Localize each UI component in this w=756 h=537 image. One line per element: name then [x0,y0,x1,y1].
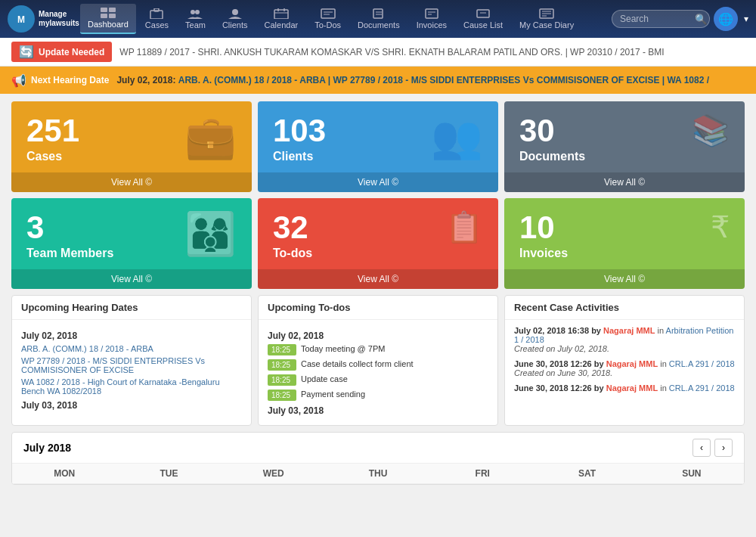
documents-label: Documents [519,150,730,163]
activity-person-3[interactable]: Nagaraj MML [606,383,658,393]
stat-card-cases: 251 Cases 💼 View All © [11,101,252,192]
todo-text-1: Today meeting @ 7PM [301,344,385,353]
cases-viewall[interactable]: View All © [11,172,252,192]
calendar-header: July 2018 ‹ › [12,433,744,464]
nav-team[interactable]: Team [178,5,213,33]
invoices-icon: ₹ [711,210,730,244]
svg-point-9 [195,10,200,14]
team-viewall[interactable]: View All © [11,269,252,289]
calendar-prev-button[interactable]: ‹ [692,439,711,457]
documents-icon: 📚 [692,113,730,148]
nav-clients[interactable]: Clients [215,5,256,33]
svg-text:M: M [17,14,25,25]
user-dropdown[interactable]: ▾ [744,14,748,24]
todo-date-1: July 02, 2018 [268,331,488,341]
svg-rect-24 [477,10,489,17]
activities-panel-body: July 02, 2018 16:38 by Nagaraj MML in Ar… [505,320,744,405]
activity-person-2[interactable]: Nagaraj MML [606,359,658,368]
todo-item-3: 18:25 Update case [268,374,488,386]
nav-calendar-label: Calendar [265,20,299,29]
hearing-date: July 02, 2018: [116,75,175,85]
activity-time-3: June 30, 2018 12:26 by [514,383,606,393]
activities-panel-header: Recent Case Activities [505,296,744,320]
nav-causelist[interactable]: Cause List [456,5,510,33]
nav-clients-label: Clients [222,20,248,29]
ticker-text: WP 11889 / 2017 - SHRI. ANKUSH TUKARAM K… [119,47,664,57]
nav-documents-label: Documents [358,20,400,29]
hearing-item-1[interactable]: ARB. A. (COMM.) 18 / 2018 - ARBA [21,344,242,353]
activity-case-3[interactable]: CRL.A 291 / 2018 [669,383,735,393]
activity-prep-1: in [658,326,666,335]
todo-time-3: 18:25 [268,374,296,386]
hearing-bar: 📢 Next Hearing Date July 02, 2018: ARB. … [0,67,756,94]
calendar-next-button[interactable]: › [714,439,733,457]
hearing-panel-body: July 02, 2018 ARB. A. (COMM.) 18 / 2018 … [12,320,251,420]
activity-prep-2: in [660,359,669,368]
hearing-item-3[interactable]: WA 1082 / 2018 - High Court of Karnataka… [21,377,242,396]
clients-icon: 👥 [431,113,483,162]
todo-text-3: Update case [301,374,348,383]
activity-time-1: July 02, 2018 16:38 by [514,326,603,335]
todos-panel-header: Upcoming To-dos [259,296,497,320]
svg-point-10 [232,9,238,15]
update-badge: 🔄 Update Needed [11,42,112,62]
ticker-bar: 🔄 Update Needed WP 11889 / 2017 - SHRI. … [0,38,756,67]
calendar-nav: ‹ › [692,439,733,457]
hearing-text: July 02, 2018: ARB. A. (COMM.) 18 / 2018… [116,75,709,85]
activity-item-3: June 30, 2018 12:26 by Nagaraj MML in CR… [514,383,735,393]
navbar: M Manage mylawsuits Dashboard Cases Team… [0,0,756,38]
nav-dashboard[interactable]: Dashboard [80,4,136,34]
nav-right: 🔍 🌐 ▾ [612,7,748,31]
invoices-viewall[interactable]: View All © [504,269,745,289]
activity-created-1: Created on July 02, 2018. [514,344,735,353]
todo-item-2: 18:25 Case details collect form client [268,359,488,371]
stat-cards: 251 Cases 💼 View All © 103 Clients 👥 Vie… [11,101,745,289]
nav-calendar[interactable]: Calendar [257,5,306,33]
nav-causelist-label: Cause List [463,20,503,29]
svg-rect-18 [373,9,383,18]
main-content: 251 Cases 💼 View All © 103 Clients 👥 Vie… [0,94,756,492]
activity-item-1: July 02, 2018 16:38 by Nagaraj MML in Ar… [514,326,735,353]
todo-date-2: July 03, 2018 [268,405,488,416]
stat-card-documents: 30 Documents 📚 View All © [504,101,745,192]
cal-header-tue: TUE [116,464,221,484]
hearing-label: 📢 Next Hearing Date [11,73,109,88]
nav-invoices[interactable]: Invoices [409,5,454,33]
cal-header-thu: THU [326,464,430,484]
todos-panel-body: July 02, 2018 18:25 Today meeting @ 7PM … [259,320,497,425]
todo-text-2: Case details collect form client [301,359,414,368]
invoices-number: 10 [519,212,730,244]
activity-case-2[interactable]: CRL.A 291 / 2018 [669,359,735,368]
activity-person-1[interactable]: Nagaraj MML [603,326,655,335]
documents-viewall[interactable]: View All © [504,172,745,192]
nav-cases[interactable]: Cases [138,5,176,33]
cal-header-fri: FRI [430,464,534,484]
team-icon: 👨‍👩‍👦 [184,210,237,259]
hearing-item-2[interactable]: WP 27789 / 2018 - M/S SIDDI ENTERPRISES … [21,356,242,374]
todo-item-4: 18:25 Payment sending [268,390,488,401]
hearing-cases: ARB. A. (COMM.) 18 / 2018 - ARBA | WP 27… [178,75,709,85]
calendar-grid: MON TUE WED THU FRI SAT SUN [12,464,744,484]
calendar-section: July 2018 ‹ › MON TUE WED THU FRI SAT SU… [11,432,745,485]
search-button[interactable]: 🔍 [695,14,708,25]
todos-panel: Upcoming To-dos July 02, 2018 18:25 Toda… [258,295,498,426]
todo-text-4: Payment sending [301,390,365,399]
todo-time-1: 18:25 [268,344,296,355]
cal-header-sat: SAT [534,464,639,484]
globe-icon[interactable]: 🌐 [714,7,738,31]
todos-icon: 📋 [445,210,483,245]
activity-item-2: June 30, 2018 12:26 by Nagaraj MML in CR… [514,359,735,377]
svg-rect-11 [274,10,288,19]
nav-todos[interactable]: To-Dos [307,5,349,33]
svg-point-8 [191,10,195,14]
nav-casediary[interactable]: My Case Diary [512,5,581,33]
svg-rect-3 [109,8,116,12]
clients-viewall[interactable]: View All © [258,172,498,192]
nav-documents[interactable]: Documents [350,5,407,33]
update-label: Update Needed [39,47,104,57]
todo-item-1: 18:25 Today meeting @ 7PM [268,344,488,355]
stat-card-todos: 32 To-dos 📋 View All © [258,198,498,289]
stat-card-clients: 103 Clients 👥 View All © [258,101,498,192]
activity-created-2: Created on June 30, 2018. [514,368,735,377]
todos-viewall[interactable]: View All © [258,269,498,289]
